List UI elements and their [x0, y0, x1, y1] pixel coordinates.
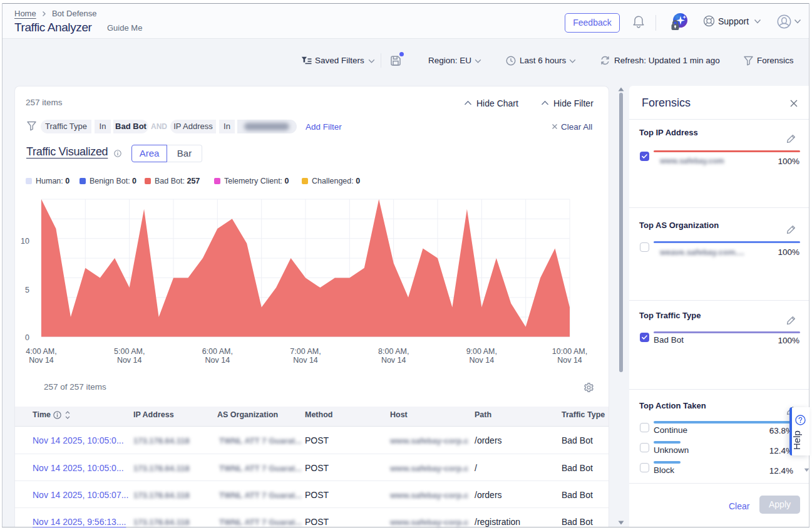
svg-text:5:00 AM,: 5:00 AM,	[114, 347, 145, 356]
svg-text:9:00 AM,: 9:00 AM,	[466, 347, 497, 356]
svg-text:Nov 14: Nov 14	[29, 356, 54, 365]
svg-text:10:00 AM,: 10:00 AM,	[552, 347, 587, 356]
svg-text:5: 5	[25, 286, 29, 294]
svg-text:Nov 14: Nov 14	[469, 356, 494, 365]
svg-text:Nov 14: Nov 14	[293, 356, 318, 365]
svg-text:10: 10	[21, 237, 29, 246]
svg-text:Nov 14: Nov 14	[117, 356, 142, 365]
svg-text:4:00 AM,: 4:00 AM,	[26, 347, 56, 356]
svg-text:0: 0	[25, 333, 29, 342]
svg-text:6:00 AM,: 6:00 AM,	[202, 347, 233, 356]
svg-text:Nov 14: Nov 14	[381, 356, 406, 365]
svg-text:Nov 14: Nov 14	[205, 356, 230, 365]
svg-text:8:00 AM,: 8:00 AM,	[378, 347, 409, 356]
svg-text:7:00 AM,: 7:00 AM,	[290, 347, 321, 356]
svg-text:Nov 14: Nov 14	[557, 356, 582, 365]
